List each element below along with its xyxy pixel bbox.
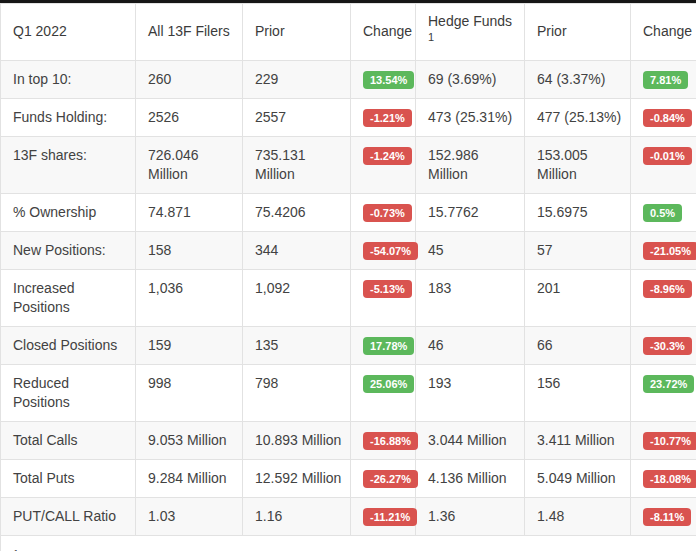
change-badge: -0.84% [643,109,692,127]
all-filers-value: 9.053 Million [136,421,243,459]
hedge-funds-value: 46 [416,326,525,364]
table-row: In top 10: 260 229 13.54% 69 (3.69%) 64 … [1,60,696,98]
all-filers-value: 74.871 [136,193,243,231]
change-badge: -11.21% [363,508,417,526]
hedge-funds-value: 15.7762 [416,193,525,231]
hedge-funds-prior: 477 (25.13%) [525,98,631,136]
column-header-change-hf: Change [631,4,696,61]
hedge-funds-value: 152.986 Million [416,136,525,193]
all-filers-value: 1.03 [136,497,243,535]
all-filers-change-cell: -54.07% [351,231,416,269]
column-header-period: Q1 2022 [1,4,136,61]
hedge-funds-value: 45 [416,231,525,269]
hedge-funds-value: 4.136 Million [416,459,525,497]
all-filers-value: 260 [136,60,243,98]
all-filers-change-cell: 25.06% [351,364,416,421]
all-filers-prior: 75.4206 [243,193,351,231]
all-filers-prior: 344 [243,231,351,269]
hedge-funds-value: 193 [416,364,525,421]
row-label: Total Puts [1,459,136,497]
hedge-funds-change-cell: -18.08% [631,459,696,497]
hedge-funds-value: 1.36 [416,497,525,535]
hedge-funds-change-cell: -10.77% [631,421,696,459]
all-filers-change-cell: -16.88% [351,421,416,459]
change-badge: -1.24% [363,147,412,165]
hedge-funds-prior: 66 [525,326,631,364]
column-header-all-13f-filers: All 13F Filers [136,4,243,61]
hedge-funds-prior: 1.48 [525,497,631,535]
change-badge: -0.01% [643,147,692,165]
all-filers-value: 998 [136,364,243,421]
all-filers-prior: 12.592 Million [243,459,351,497]
change-badge: -5.13% [363,280,412,298]
change-badge: 17.78% [363,337,414,355]
change-badge: 7.81% [643,71,688,89]
row-label: In top 10: [1,60,136,98]
change-badge: 25.06% [363,375,414,393]
table-body: In top 10: 260 229 13.54% 69 (3.69%) 64 … [1,60,696,551]
hedge-funds-value: 183 [416,269,525,326]
13f-filers-stats-table: Q1 2022 All 13F Filers Prior Change Hedg… [0,3,696,551]
all-filers-change-cell: -5.13% [351,269,416,326]
all-filers-value: 9.284 Million [136,459,243,497]
hedge-funds-change-cell: -30.3% [631,326,696,364]
hedge-funds-label: Hedge Funds [428,12,518,31]
table-row: Increased Positions 1,036 1,092 -5.13% 1… [1,269,696,326]
row-label: Increased Positions [1,269,136,326]
hedge-funds-prior: 15.6975 [525,193,631,231]
footnote-superscript: 1 [13,548,19,551]
change-badge: -21.05% [643,242,696,260]
table-row: Funds Holding: 2526 2557 -1.21% 473 (25.… [1,98,696,136]
all-filers-change-cell: -1.24% [351,136,416,193]
all-filers-value: 2526 [136,98,243,136]
change-badge: -8.11% [643,508,691,526]
row-label: % Ownership [1,193,136,231]
table-row: Reduced Positions 998 798 25.06% 193 156… [1,364,696,421]
table-header: Q1 2022 All 13F Filers Prior Change Hedg… [1,4,696,61]
hedge-funds-prior: 153.005 Million [525,136,631,193]
hedge-funds-change-cell: 7.81% [631,60,696,98]
hedge-funds-prior: 156 [525,364,631,421]
change-badge: -30.3% [643,337,692,355]
row-label: Funds Holding: [1,98,136,136]
header-row: Q1 2022 All 13F Filers Prior Change Hedg… [1,4,696,61]
all-filers-prior: 229 [243,60,351,98]
all-filers-prior: 1.16 [243,497,351,535]
all-filers-prior: 1,092 [243,269,351,326]
hedge-funds-value: 473 (25.31%) [416,98,525,136]
table-row: PUT/CALL Ratio 1.03 1.16 -11.21% 1.36 1.… [1,497,696,535]
row-label: Closed Positions [1,326,136,364]
all-filers-change-cell: 17.78% [351,326,416,364]
change-badge: 13.54% [363,71,414,89]
hedge-funds-change-cell: 0.5% [631,193,696,231]
footnote-reference: 1 [428,31,434,43]
change-badge: -8.96% [643,280,692,298]
table-row: Total Puts 9.284 Million 12.592 Million … [1,459,696,497]
hedge-funds-change-cell: -8.96% [631,269,696,326]
hedge-funds-change-cell: -21.05% [631,231,696,269]
all-filers-prior: 10.893 Million [243,421,351,459]
hedge-funds-prior: 3.411 Million [525,421,631,459]
change-badge: -54.07% [363,242,418,260]
all-filers-value: 1,036 [136,269,243,326]
hedge-funds-change-cell: -0.84% [631,98,696,136]
table-row: Total Calls 9.053 Million 10.893 Million… [1,421,696,459]
all-filers-change-cell: -26.27% [351,459,416,497]
hedge-funds-change-cell: -0.01% [631,136,696,193]
column-header-prior-hf: Prior [525,4,631,61]
column-header-hedge-funds: Hedge Funds 1 [416,4,525,61]
footnote-row: 1hedge funds and active managers as iden… [1,535,696,551]
change-badge: -0.73% [363,204,412,222]
row-label: Total Calls [1,421,136,459]
hedge-funds-prior: 5.049 Million [525,459,631,497]
all-filers-value: 726.046 Million [136,136,243,193]
table-row: New Positions: 158 344 -54.07% 45 57 -21… [1,231,696,269]
hedge-funds-prior: 57 [525,231,631,269]
table-row: % Ownership 74.871 75.4206 -0.73% 15.776… [1,193,696,231]
row-label: 13F shares: [1,136,136,193]
change-badge: -16.88% [363,432,418,450]
hedge-funds-prior: 64 (3.37%) [525,60,631,98]
all-filers-change-cell: -1.21% [351,98,416,136]
all-filers-change-cell: 13.54% [351,60,416,98]
hedge-funds-prior: 201 [525,269,631,326]
